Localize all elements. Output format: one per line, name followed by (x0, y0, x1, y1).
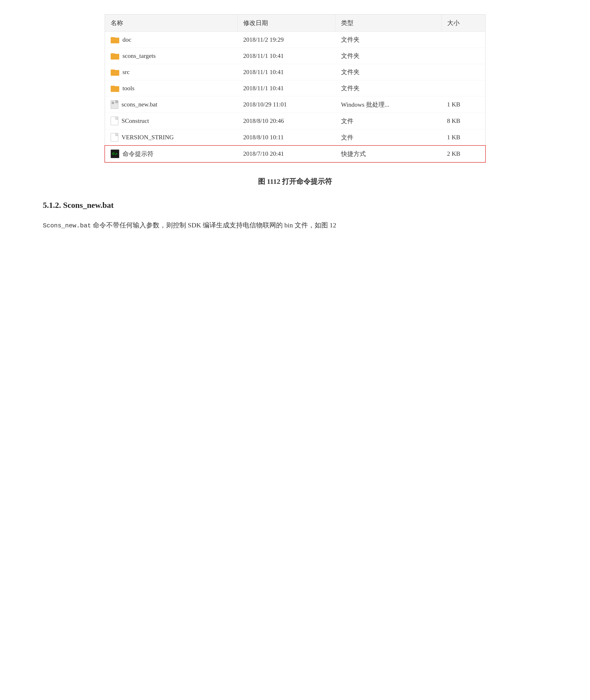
file-name-text: scons_targets (122, 53, 156, 60)
section-body: Scons_new.bat 命令不带任何输入参数，则控制 SDK 编译生成支持电… (43, 219, 547, 232)
table-row[interactable]: C\>命令提示符2018/7/10 20:41快捷方式2 KB (105, 146, 485, 162)
file-size: 1 KB (441, 96, 485, 113)
file-size (441, 64, 485, 80)
col-date: 修改日期 (237, 14, 335, 32)
shortcut-icon: C\> (111, 150, 119, 158)
file-table: 名称 修改日期 类型 大小 doc2018/11/2 19:29文件夹scons… (105, 14, 485, 162)
file-name-text: VERSION_STRING (122, 134, 174, 141)
file-name-cell: tools (105, 80, 237, 96)
figure-caption: 图 1112 打开命令提示符 (43, 177, 547, 186)
file-type: 文件 (335, 129, 441, 146)
file-explorer: 名称 修改日期 类型 大小 doc2018/11/2 19:29文件夹scons… (105, 14, 486, 162)
file-name-text: doc (122, 36, 132, 43)
page: 名称 修改日期 类型 大小 doc2018/11/2 19:29文件夹scons… (0, 0, 590, 700)
file-size: 1 KB (441, 129, 485, 146)
file-name-cell: scons_targets (105, 48, 237, 64)
file-name-text: SConstruct (122, 117, 149, 124)
file-name-text: scons_new.bat (122, 101, 158, 108)
file-size: 8 KB (441, 113, 485, 129)
file-icon (111, 117, 118, 125)
file-date: 2018/8/10 20:46 (237, 113, 335, 129)
file-type: Windows 批处理... (335, 96, 441, 113)
table-header-row: 名称 修改日期 类型 大小 (105, 14, 485, 32)
folder-icon (111, 85, 119, 92)
table-row[interactable]: doc2018/11/2 19:29文件夹 (105, 32, 485, 48)
table-row[interactable]: src2018/11/1 10:41文件夹 (105, 64, 485, 80)
file-date: 2018/10/29 11:01 (237, 96, 335, 113)
file-name-cell: src (105, 64, 237, 80)
table-row[interactable]: VERSION_STRING2018/8/10 10:11文件1 KB (105, 129, 485, 146)
file-type: 文件夹 (335, 80, 441, 96)
col-type: 类型 (335, 14, 441, 32)
file-name-cell: SConstruct (105, 113, 237, 129)
folder-icon (111, 69, 119, 76)
file-name-text: tools (122, 85, 135, 92)
section-body-text: 命令不带任何输入参数，则控制 SDK 编译生成支持电信物联网的 bin 文件，如… (91, 222, 336, 229)
file-icon (111, 133, 118, 142)
folder-icon (111, 53, 119, 60)
file-name-text: src (122, 69, 130, 76)
col-name: 名称 (105, 14, 237, 32)
file-date: 2018/7/10 20:41 (237, 146, 335, 162)
bat-icon: ⚙ (111, 100, 118, 109)
table-row[interactable]: tools2018/11/1 10:41文件夹 (105, 80, 485, 96)
file-name-cell: ⚙scons_new.bat (105, 96, 237, 113)
file-type: 文件 (335, 113, 441, 129)
file-name-cell: VERSION_STRING (105, 129, 237, 146)
file-type: 文件夹 (335, 32, 441, 48)
file-type: 文件夹 (335, 64, 441, 80)
file-name-cell: doc (105, 32, 237, 48)
file-date: 2018/11/1 10:41 (237, 80, 335, 96)
file-size: 2 KB (441, 146, 485, 162)
section-body-prefix: Scons_new.bat (43, 222, 91, 229)
file-date: 2018/11/1 10:41 (237, 64, 335, 80)
file-date: 2018/8/10 10:11 (237, 129, 335, 146)
folder-icon (111, 36, 119, 43)
file-type: 快捷方式 (335, 146, 441, 162)
file-size (441, 32, 485, 48)
table-row[interactable]: SConstruct2018/8/10 20:46文件8 KB (105, 113, 485, 129)
col-size: 大小 (441, 14, 485, 32)
file-date: 2018/11/1 10:41 (237, 48, 335, 64)
file-size (441, 48, 485, 64)
table-row[interactable]: scons_targets2018/11/1 10:41文件夹 (105, 48, 485, 64)
file-name-cell: C\>命令提示符 (105, 146, 237, 162)
file-date: 2018/11/2 19:29 (237, 32, 335, 48)
table-row[interactable]: ⚙scons_new.bat2018/10/29 11:01Windows 批处… (105, 96, 485, 113)
file-size (441, 80, 485, 96)
file-name-text: 命令提示符 (122, 150, 154, 158)
file-type: 文件夹 (335, 48, 441, 64)
section-heading: 5.1.2. Scons_new.bat (43, 201, 547, 210)
